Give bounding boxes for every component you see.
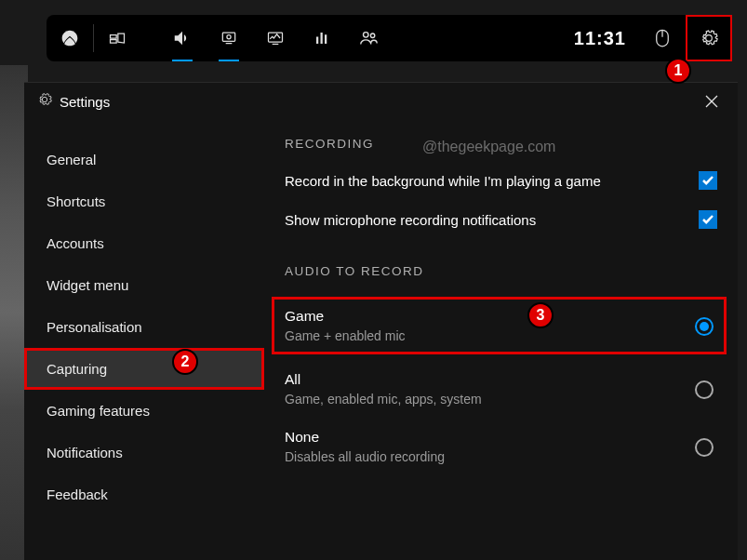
radio-unselected-icon [695,380,714,399]
svg-rect-5 [316,37,318,45]
radio-description: Game, enabled mic, apps, system [285,392,695,407]
checkbox-checked-icon [699,171,717,190]
checkbox-checked-icon [699,210,717,229]
watermark: @thegeekpage.com [422,139,555,155]
radio-option-none[interactable]: None Disables all audio recording [272,418,727,475]
checkbox-label: Show microphone recording notifications [285,212,699,228]
panel-title: Settings [60,94,110,110]
svg-point-9 [370,33,374,37]
radio-option-game[interactable]: Game Game + enabled mic [272,297,727,354]
radio-label: All [285,371,695,388]
radio-label: Game [285,308,695,325]
close-icon[interactable] [699,88,725,114]
sidebar-item-notifications[interactable]: Notifications [24,432,264,473]
callout-badge-2: 2 [172,349,198,375]
checkbox-label: Record in the background while I'm playi… [285,173,699,189]
panel-header: Settings [24,83,738,120]
svg-rect-0 [222,33,234,41]
sidebar-item-feedback[interactable]: Feedback [24,473,264,515]
gear-icon [37,92,52,111]
xbox-overlay-bar: 11:31 [47,15,732,61]
svg-rect-4 [273,44,279,45]
settings-content: @thegeekpage.com RECORDING Record in the… [264,120,738,560]
sidebar-item-capturing[interactable]: Capturing [24,348,264,390]
svg-rect-2 [226,43,233,44]
xbox-icon[interactable] [47,15,93,61]
callout-badge-3: 3 [527,302,554,328]
sidebar-item-personalisation[interactable]: Personalisation [24,306,264,348]
radio-selected-icon [695,317,714,336]
checkbox-mic-notifications[interactable]: Show microphone recording notifications [285,210,717,229]
radio-description: Game + enabled mic [285,328,695,343]
checkbox-record-background[interactable]: Record in the background while I'm playi… [285,171,717,190]
radio-unselected-icon [695,438,714,457]
svg-rect-6 [321,33,323,44]
audio-icon[interactable] [159,15,206,61]
svg-point-8 [364,33,369,38]
sidebar-item-accounts[interactable]: Accounts [24,222,264,264]
sidebar-item-gaming-features[interactable]: Gaming features [24,390,264,432]
svg-rect-7 [325,34,327,44]
section-audio-title: AUDIO TO RECORD [285,264,717,278]
sidebar-item-widget-menu[interactable]: Widget menu [24,264,264,306]
performance-icon[interactable] [252,15,299,61]
mouse-icon[interactable] [639,15,686,61]
settings-sidebar: General Shortcuts Accounts Widget menu P… [24,120,264,560]
social-icon[interactable] [345,15,392,61]
radio-option-all[interactable]: All Game, enabled mic, apps, system [272,360,727,418]
radio-label: None [285,429,695,446]
radio-description: Disables all audio recording [285,449,695,464]
svg-rect-3 [269,33,283,42]
callout-badge-1: 1 [665,58,691,84]
svg-point-1 [227,35,231,39]
capture-icon[interactable] [206,15,252,61]
sidebar-item-general[interactable]: General [24,139,264,180]
settings-icon[interactable] [686,15,732,61]
widgets-icon[interactable] [94,15,140,61]
clock: 11:31 [561,28,639,49]
sidebar-item-shortcuts[interactable]: Shortcuts [24,180,264,222]
settings-panel: Settings General Shortcuts Accounts Widg… [24,82,738,560]
resources-icon[interactable] [299,15,345,61]
